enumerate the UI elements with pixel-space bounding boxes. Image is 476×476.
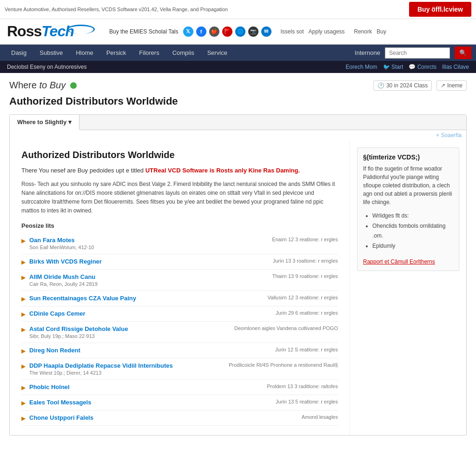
forum-item-title-2[interactable]: AllM Oiride Mush Canu (29, 273, 95, 280)
sidebar-bullet-1: Ohenclids fombols ornlldating .om. (372, 221, 453, 241)
nav-persick[interactable]: Persick (100, 45, 133, 61)
forum-item-meta-4: Jurin 29 6 reatlone: r ergles (254, 310, 338, 316)
forum-item-title-1[interactable]: Birks With VCDS Reginer (29, 258, 102, 265)
arrow-icon-10: ▶ (21, 415, 26, 422)
sidebar-bullet-2: Epldumly (372, 241, 453, 251)
meta-share[interactable]: ↗ lneme (436, 80, 467, 91)
plus-link[interactable]: + Soaerfia (436, 132, 462, 139)
nav-compiis[interactable]: Compiis (166, 45, 201, 61)
breadcrumb-link-mom[interactable]: Eorech Mom (346, 64, 377, 70)
logo-text: RossTech (7, 23, 74, 40)
arrow-icon-6: ▶ (21, 348, 26, 354)
highlight-text: UTReal VCD Software is Rosts anly Kine R… (145, 167, 300, 174)
page-title-left: Where to Buy (9, 80, 77, 91)
banner-text: Venture Automotive, Authorised Resellers… (5, 7, 228, 12)
forum-item-meta-10: Amond lesagles (254, 414, 338, 420)
sidebar-text: If flo the sugetin of firme woatlor Pali… (363, 165, 453, 206)
nav-hlome[interactable]: Hlome (69, 45, 100, 61)
tab-bar: Where to Slightly ▾ (10, 115, 466, 130)
sidebar-link[interactable]: Rapport et Câmull Eorltherns (363, 258, 435, 265)
nav-right: Internone 🔍 (355, 46, 471, 59)
forum-item-1: ▶ Birks With VCDS Reginer Jurin 13 3 roa… (21, 254, 338, 270)
logo: RossTech (7, 23, 100, 40)
forum-item-sub-2: Cair Ra, Reon, Joully 24 2819 (29, 281, 251, 287)
forum-item-3: ▶ Sun Recenttainages CZA Value Painy Val… (21, 291, 338, 306)
facebook-icon[interactable]: f (196, 26, 206, 37)
arrow-icon-7: ▶ (21, 363, 26, 370)
nav-bar: Dasig Substive Hlome Persick Filorers Co… (0, 45, 476, 61)
forum-item-title-4[interactable]: CDinle Caps Cemer (29, 310, 86, 317)
sidebar-box: §(timterize VCDS;) If flo the sugetin of… (357, 147, 459, 271)
sidebar-bullets: Wrlidges flt ds: Ohenclids fombols ornll… (363, 211, 453, 251)
forum-item-meta-2: Thairn 13 9 roatlone: r ergles (254, 273, 338, 279)
forum-item-title-0[interactable]: Oan Fara Motes (29, 237, 75, 244)
forum-item-meta-0: Enairn 12 3 reatlone: r ergles (254, 237, 338, 242)
nav-search-input[interactable] (385, 47, 450, 59)
arrow-icon-0: ▶ (21, 238, 26, 244)
share-icon: ↗ (441, 82, 445, 89)
forum-item-title-9[interactable]: Eales Tool Messagels (29, 399, 91, 406)
breadcrumb-bar: Deciobsl Eseny on Autnoresives Eorech Mo… (0, 61, 476, 73)
breadcrumb-link-illas[interactable]: Illas Cilave (442, 64, 469, 70)
sidebar-title: §(timterize VCDS;) (363, 153, 453, 161)
forum-item-meta-3: Vallusirn 12 3 reatlone: r ergles (254, 295, 338, 300)
arrow-icon-8: ▶ (21, 384, 26, 391)
forum-item-meta-6: Jurin 12 S reatlone: r ergles (254, 347, 338, 352)
header: RossTech Buy the EMIES Scholal Tals 𝕏 f … (0, 19, 476, 45)
arrow-icon-3: ▶ (21, 296, 26, 302)
forum-item-title-5[interactable]: Astal Cord Rissige Detohole Value (29, 325, 128, 332)
camera-icon[interactable]: 📷 (248, 26, 258, 37)
forum-item-title-10[interactable]: Chone Ustppori Falels (29, 414, 93, 421)
apple-icon[interactable]: 🍎 (209, 26, 219, 37)
content-wrapper: Where to Slightly ▾ + Soaerfia Authorize… (9, 114, 467, 436)
tab-where-to-slightly[interactable]: Where to Slightly ▾ (10, 115, 79, 130)
breadcrumb-link-start[interactable]: 🐦 Start (383, 64, 403, 70)
header-apply: Apply usagess (309, 28, 345, 35)
forum-item-content-6: Direg Non Redent (29, 347, 251, 354)
arrow-icon-1: ▶ (21, 259, 26, 265)
forum-item-title-7[interactable]: DDP Haapla Dediplatie Repacse Vidiil Int… (29, 362, 173, 369)
sidebar-bullet-0: Wrlidges flt ds: (372, 211, 453, 221)
forum-item-sub-7: The Wiest 10p.; Dienrr, 14 4213 (29, 370, 225, 376)
chat-icon: 💬 (409, 64, 416, 70)
forum-item-title-8[interactable]: Phobic Holnel (29, 383, 70, 390)
logo-arc (67, 25, 95, 34)
nav-internone: Internone (355, 49, 380, 56)
flag-icon[interactable]: 🚩 (222, 26, 232, 37)
header-links: Buy the EMIES Scholal Tals 𝕏 f 🍎 🚩 🌐 📷 ✉… (109, 26, 469, 37)
forum-item-title-6[interactable]: Direg Non Redent (29, 347, 80, 354)
nav-filorers[interactable]: Filorers (132, 45, 165, 61)
page-title: Where to Buy (9, 80, 66, 91)
twitter-icon[interactable]: 𝕏 (183, 26, 193, 37)
nav-service[interactable]: Service (201, 45, 234, 61)
forum-item-content-7: DDP Haapla Dediplatie Repacse Vidiil Int… (29, 362, 225, 376)
content-title: Authorized Distributors Worldwide (21, 150, 338, 160)
nav-dasig[interactable]: Dasig (5, 45, 33, 61)
forum-item-content-3: Sun Recenttainages CZA Value Painy (29, 295, 251, 302)
forum-item-sub-5: Sibr, Buly 19p.; Maso 22·913 (29, 333, 231, 339)
forum-item-2: ▶ AllM Oiride Mush Canu Cair Ra, Reon, J… (21, 270, 338, 291)
forum-item-content-9: Eales Tool Messagels (29, 399, 251, 406)
forum-item-title-3[interactable]: Sun Recenttainages CZA Value Painy (29, 295, 136, 302)
right-column: §(timterize VCDS;) If flo the sugetin of… (350, 140, 466, 435)
globe-icon[interactable]: 🌐 (235, 26, 245, 37)
meta-date[interactable]: 🕐 30 in 2024 Class (373, 80, 432, 91)
twitter-small-icon: 🐦 (383, 64, 390, 70)
forum-item-meta-1: Jurin 13 3 roatlone: r erngles (254, 258, 338, 264)
clock-icon: 🕐 (377, 82, 384, 89)
nav-substive[interactable]: Substive (33, 45, 69, 61)
nav-search-button[interactable]: 🔍 (455, 46, 471, 59)
forum-item-9: ▶ Eales Tool Messagels Jurin 13 5 reatlo… (21, 395, 338, 410)
forum-item-0: ▶ Oan Fara Motes Son Eall MenWolum, 412·… (21, 233, 338, 254)
forum-list: ▶ Oan Fara Motes Son Eall MenWolum, 412·… (21, 233, 338, 426)
breadcrumb-link-conrcts[interactable]: 💬 Conrcts (409, 64, 436, 70)
forum-item-content-1: Birks With VCDS Reginer (29, 258, 251, 265)
body-text: Ross- Tech aut you sinhuolo ny sare ADIC… (21, 180, 338, 216)
forum-item-content-5: Astal Cord Rissige Detohole Value Sibr, … (29, 325, 231, 339)
message-icon[interactable]: ✉ (261, 26, 271, 37)
social-icons: 𝕏 f 🍎 🚩 🌐 📷 ✉ (183, 26, 271, 37)
buy-button[interactable]: Buy öffl.lcview (409, 2, 471, 17)
forum-list-title: Peosize lits (21, 222, 338, 229)
arrow-icon-4: ▶ (21, 311, 26, 317)
intro-text: There You nesef are Buy pedoides upt e t… (21, 166, 338, 175)
